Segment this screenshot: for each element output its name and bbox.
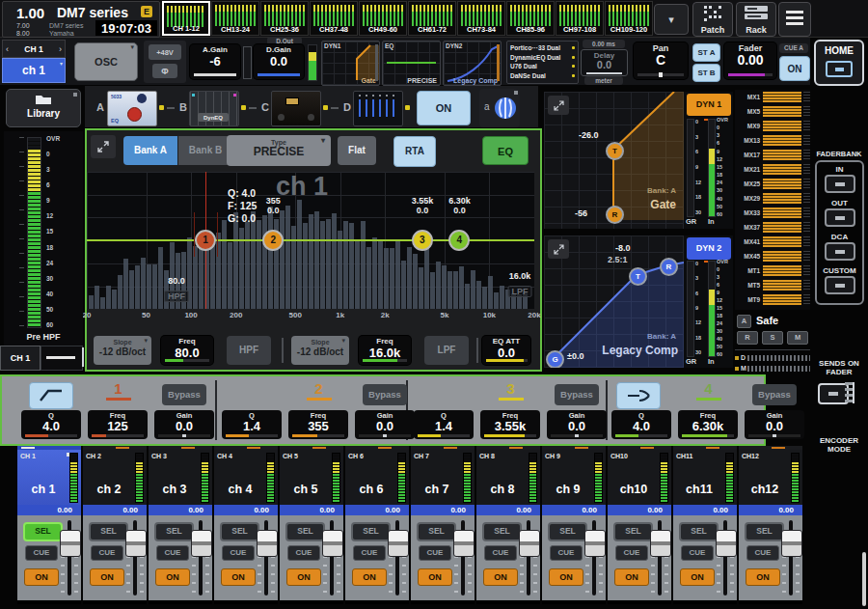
strip-fader-cap[interactable] — [257, 530, 278, 557]
solo-safe-button[interactable]: S — [762, 331, 783, 345]
channel-strip[interactable]: CH12 ch12 0.00 SEL CUE ON — [739, 446, 802, 604]
channel-strip[interactable]: CH 1 ch 1 0.00 SEL CUE ON — [17, 446, 81, 604]
channel-strip[interactable]: CH 9 ch 9 0.00 SEL CUE ON — [542, 446, 606, 604]
strip-header[interactable]: CH 4 ch 4 — [214, 450, 278, 505]
strip-fader-cap[interactable] — [322, 530, 343, 557]
strip-cue-button[interactable]: CUE — [25, 545, 58, 561]
band-bypass-button[interactable]: Bypass — [555, 384, 599, 405]
channel-strip[interactable]: CH11 ch11 0.00 SEL CUE ON — [673, 446, 737, 604]
lpf-on-button[interactable]: LPF — [424, 336, 469, 365]
lpf-freq-box[interactable]: Freq 16.0k — [359, 336, 411, 365]
strip-sel-button[interactable]: SEL — [482, 522, 522, 541]
band-bypass-button[interactable]: Bypass — [752, 384, 797, 405]
channel-strip[interactable]: CH 3 ch 3 0.00 SEL CUE ON — [149, 446, 212, 604]
strip-on-button[interactable]: ON — [614, 568, 649, 586]
strip-on-button[interactable]: ON — [24, 568, 59, 586]
comp-graph[interactable]: -8.0 2.5:1 T R G ±0.0 Bank: A Legacy Com… — [544, 235, 684, 368]
bank-b-tab[interactable]: Bank B — [178, 136, 232, 165]
band1-filter-type-button[interactable] — [29, 382, 73, 409]
gate-graph[interactable]: -26.0 T -56 R Bank: A Gate — [544, 92, 684, 229]
strip-cue-button[interactable]: CUE — [287, 545, 320, 561]
delay-box[interactable]: Delay 0.0 — [581, 49, 628, 76]
eq-band-handle-3[interactable]: 3 — [412, 230, 433, 251]
strip-header[interactable]: CH 5 ch 5 — [280, 450, 343, 505]
mute-safe-button[interactable]: M — [787, 331, 808, 345]
meter-bank-tab[interactable]: CH37-48 — [310, 1, 358, 36]
strip-cue-button[interactable]: CUE — [91, 545, 123, 561]
bank-a-tab[interactable]: Bank A — [123, 136, 177, 165]
scroll-indicator[interactable] — [82, 347, 84, 367]
faderbank-item[interactable]: DCA — [817, 233, 862, 261]
strip-on-button[interactable]: ON — [549, 568, 583, 586]
band-freq-box[interactable]: Freq125 — [88, 410, 148, 439]
strip-fader-cap[interactable] — [60, 530, 81, 557]
insert-slot-b[interactable]: DynEQ — [189, 91, 239, 126]
prev-channel-icon[interactable]: ‹ — [6, 44, 9, 54]
band-q-box[interactable]: Q1.4 — [222, 410, 282, 439]
direct-out-block[interactable]: a — [479, 89, 520, 127]
flat-button[interactable]: Flat — [338, 136, 376, 165]
mini-fader-widget[interactable] — [41, 346, 83, 371]
strip-fader-cap[interactable] — [191, 530, 212, 557]
band4-filter-type-button[interactable] — [616, 382, 661, 409]
strip-header[interactable]: CH 9 ch 9 — [542, 450, 606, 505]
strip-header[interactable]: CH 7 ch 7 — [411, 450, 475, 505]
band-freq-box[interactable]: Freq355 — [288, 410, 348, 439]
strip-cue-button[interactable]: CUE — [615, 545, 648, 561]
strip-on-button[interactable]: ON — [221, 568, 256, 586]
meter-bank-tab[interactable]: CH109-120 — [605, 1, 653, 36]
send-meter-list[interactable]: MX1 MX5 MX9 MX13 MX1 — [735, 90, 810, 310]
strip-fader-cap[interactable] — [781, 530, 802, 557]
meter-bank-collapse-button[interactable]: ▾ — [654, 4, 689, 35]
comp-gain-handle[interactable]: G — [546, 350, 564, 368]
dyn2-button[interactable]: DYN 2 — [687, 237, 731, 260]
strip-header[interactable]: CH 3 ch 3 — [149, 450, 212, 505]
strip-on-button[interactable]: ON — [90, 568, 124, 586]
next-channel-icon[interactable]: › — [59, 44, 62, 54]
strip-fader-cap[interactable] — [716, 530, 737, 557]
lpf-marker[interactable]: 16.0k LPF — [508, 271, 532, 298]
strip-header[interactable]: CH 6 ch 6 — [345, 450, 409, 505]
faderbank-item[interactable]: OUT — [817, 199, 862, 227]
strip-cue-button[interactable]: CUE — [222, 545, 255, 561]
strip-cue-button[interactable]: CUE — [746, 545, 779, 561]
meter-bank-tab[interactable]: CH97-108 — [556, 1, 604, 36]
eq-expand-button[interactable] — [91, 135, 116, 158]
channel-strip[interactable]: CH 6 ch 6 0.00 SEL CUE ON — [345, 446, 409, 604]
strip-on-button[interactable]: ON — [746, 568, 780, 586]
strip-cue-button[interactable]: CUE — [156, 545, 189, 561]
strip-on-button[interactable]: ON — [680, 568, 715, 586]
faderbank-item-button[interactable] — [825, 208, 855, 227]
meter-bank-tab[interactable]: CH 1-12 — [162, 1, 210, 36]
band-bypass-button[interactable]: Bypass — [162, 384, 206, 405]
comp-threshold-handle[interactable]: T — [629, 267, 647, 286]
strip-fader-cap[interactable] — [584, 530, 606, 557]
meter-bank-tab[interactable]: CH13-24 — [211, 1, 259, 36]
hpf-slope-dropdown[interactable]: Slope -12 dB/oct ▾ — [94, 336, 151, 365]
eq-att-box[interactable]: EQ ATT 0.0 — [482, 336, 530, 365]
insert-on-button[interactable]: ON — [417, 91, 471, 125]
strip-cue-button[interactable]: CUE — [419, 545, 451, 561]
strip-sel-button[interactable]: SEL — [745, 522, 784, 541]
left-channel-tab[interactable]: CH 1 — [0, 346, 41, 371]
channel-strip[interactable]: CH10 ch10 0.00 SEL CUE ON — [608, 446, 671, 604]
eq-graph[interactable]: ch 1 Q: 4.0F: 125G: 0.0 80.0 HPF 16.0k L… — [87, 172, 534, 309]
strip-header[interactable]: CH11 ch11 — [673, 450, 737, 505]
strip-cue-button[interactable]: CUE — [550, 545, 583, 561]
strip-fader-cap[interactable] — [388, 530, 409, 557]
strip-cue-button[interactable]: CUE — [353, 545, 386, 561]
strip-on-button[interactable]: ON — [352, 568, 387, 586]
comp-ratio-handle[interactable]: R — [660, 258, 678, 276]
channel-strip[interactable]: CH 8 ch 8 0.00 SEL CUE ON — [476, 446, 540, 604]
band-freq-box[interactable]: Freq6.30k — [678, 410, 738, 439]
faderbank-item[interactable]: IN — [817, 165, 862, 193]
band-gain-box[interactable]: Gain0.0 — [154, 410, 214, 439]
phase-button[interactable]: Φ — [152, 64, 177, 78]
band-gain-box[interactable]: Gain0.0 — [547, 410, 607, 439]
strip-on-button[interactable]: ON — [286, 568, 321, 586]
hpf-on-button[interactable]: HPF — [227, 336, 271, 365]
band-freq-box[interactable]: Freq3.55k — [480, 410, 540, 439]
strip-fader-cap[interactable] — [650, 530, 671, 557]
channel-strip[interactable]: CH 7 ch 7 0.00 SEL CUE ON — [411, 446, 475, 604]
hpf-freq-box[interactable]: Freq 80.0 — [161, 336, 213, 365]
